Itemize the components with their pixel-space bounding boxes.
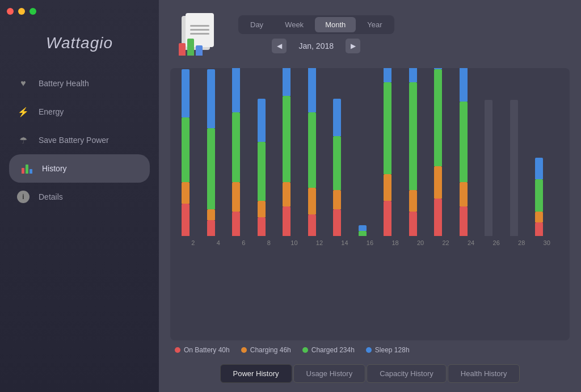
chart-container: 24681012141618202224262830 On Battery 40… [159,68,581,360]
info-icon: i [17,191,30,203]
app-icon [176,11,221,57]
x-axis-label: 30 [535,239,558,246]
x-axis-label: 10 [283,239,306,246]
bar-group [308,68,331,236]
tab-month[interactable]: Month [315,17,356,32]
app-title: Wattagio [0,23,159,69]
tab-day[interactable]: Day [240,17,273,32]
traffic-light-red[interactable] [7,8,14,15]
x-axis-label: 12 [308,239,331,246]
bar-column [359,225,367,236]
bar-column [182,69,190,237]
bar-column [258,99,266,236]
bar-group [460,68,483,236]
x-axis-label: 28 [510,239,533,246]
x-axis-label: 14 [333,239,356,246]
tab-week[interactable]: Week [275,17,314,32]
x-axis-label: 2 [182,239,205,246]
history-chart-icon [20,162,33,175]
tab-year[interactable]: Year [357,17,392,32]
chart-legend: On Battery 40hCharging 46hCharged 234hSl… [170,340,570,360]
bar-column [535,158,543,236]
legend-item: On Battery 40h [175,346,230,354]
legend-dot [175,347,180,353]
bar-group [485,100,508,236]
sidebar-item-energy[interactable]: ⚡ Energy [0,98,159,126]
x-axis-label: 20 [409,239,432,246]
bottom-tab-power-history[interactable]: Power History [220,364,292,383]
umbrella-icon: ☂ [17,134,30,146]
bolt-icon: ⚡ [17,106,30,118]
nav-next-button[interactable]: ▶ [346,39,360,53]
bar-group [258,99,281,236]
bar-group [182,69,205,237]
main-content: Day Week Month Year ◀ Jan, 2018 ▶ 246810… [159,0,581,392]
bar-column [384,68,391,236]
bar-group [207,69,230,237]
main-header: Day Week Month Year ◀ Jan, 2018 ▶ [159,0,581,68]
x-axis-label: 6 [232,239,255,246]
legend-dot [302,347,308,353]
bottom-tab-health-history[interactable]: Health History [448,364,520,383]
x-axis-label: 4 [207,239,230,246]
bar-column [409,68,417,236]
bar-group [535,158,558,236]
heart-icon: ♥ [17,77,30,90]
legend-dot [366,347,372,353]
traffic-light-green[interactable] [30,8,36,15]
titlebar [0,0,159,23]
current-date-label: Jan, 2018 [293,41,339,50]
legend-dot [241,347,247,353]
bar-group [384,68,407,236]
chart-area: 24681012141618202224262830 [170,68,570,340]
sidebar-label-details: Details [39,192,63,201]
bar-column [232,68,240,236]
date-nav: ◀ Jan, 2018 ▶ [238,39,394,53]
bar-group [409,68,432,236]
sidebar-item-history[interactable]: History [9,154,150,183]
bar-column [308,68,316,236]
sidebar: Wattagio ♥ Battery Health ⚡ Energy ☂ Sav… [0,0,159,392]
legend-item: Charged 234h [302,346,355,354]
legend-item: Sleep 128h [366,346,410,354]
bar-group [359,225,382,236]
sidebar-item-battery-health[interactable]: ♥ Battery Health [0,69,159,98]
period-tabs: Day Week Month Year [238,15,394,34]
sidebar-item-details[interactable]: i Details [0,183,159,211]
traffic-light-yellow[interactable] [18,8,25,15]
x-axis-label: 18 [384,239,407,246]
x-axis-label: 24 [460,239,483,246]
bottom-tab-capacity-history[interactable]: Capacity History [367,364,447,383]
legend-label: Charging 46h [250,346,291,354]
bar-group [283,68,306,236]
time-controls: Day Week Month Year ◀ Jan, 2018 ▶ [238,15,394,53]
bar-column [460,68,468,236]
nav-prev-button[interactable]: ◀ [272,39,287,53]
bar-column [207,69,215,237]
chart-xaxis: 24681012141618202224262830 [179,236,561,251]
x-axis-label: 8 [258,239,281,246]
bar-column [333,99,341,236]
bar-group [434,68,457,236]
bar-column [434,68,442,236]
bar-column [283,68,290,236]
x-axis-label: 16 [359,239,382,246]
nav-items: ♥ Battery Health ⚡ Energy ☂ Save Battery… [0,69,159,211]
sidebar-label-battery-health: Battery Health [39,79,89,88]
x-axis-label: 22 [434,239,457,246]
legend-item: Charging 46h [241,346,291,354]
bar-group [510,100,533,236]
bar-group [232,68,255,236]
chart-bars [179,77,561,236]
legend-label: On Battery 40h [184,346,230,354]
sidebar-label-history: History [42,164,67,173]
sidebar-item-save-battery[interactable]: ☂ Save Battery Power [0,126,159,154]
bar-column [510,100,518,236]
legend-label: Sleep 128h [375,346,410,354]
bottom-tab-usage-history[interactable]: Usage History [293,364,366,383]
bottom-tabs: Power HistoryUsage HistoryCapacity Histo… [159,360,581,392]
x-axis-label: 26 [485,239,508,246]
bar-group [333,99,356,236]
legend-label: Charged 234h [311,346,355,354]
sidebar-label-save-battery: Save Battery Power [39,136,109,145]
